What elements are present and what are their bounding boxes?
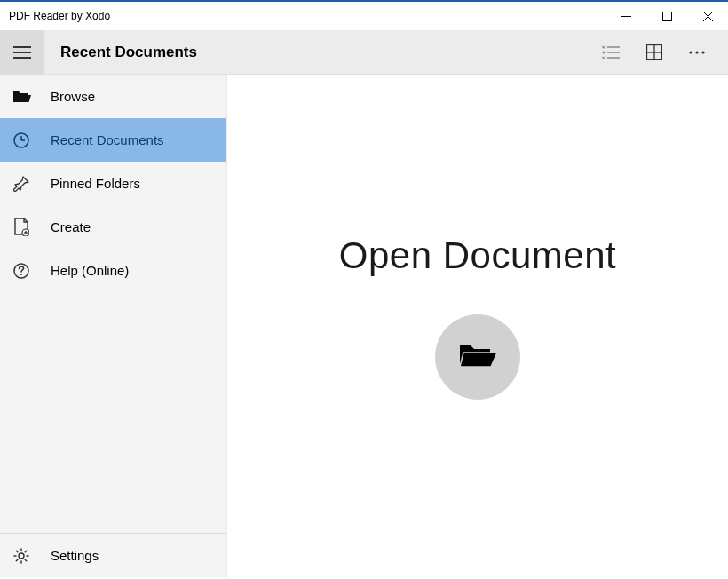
view-grid-button[interactable]: [646, 44, 662, 60]
svg-point-24: [19, 553, 24, 559]
svg-point-15: [701, 51, 704, 53]
sidebar-item-pinned[interactable]: Pinned Folders: [0, 162, 226, 205]
svg-point-13: [689, 51, 692, 53]
window-controls: [605, 2, 728, 30]
maximize-icon: [662, 12, 672, 21]
hamburger-icon: [13, 46, 31, 59]
svg-rect-1: [662, 12, 671, 20]
menu-toggle-button[interactable]: [0, 30, 44, 75]
sidebar: Browse Recent Documents Pinned Folders C…: [0, 75, 227, 577]
open-document-button[interactable]: [435, 314, 520, 400]
sidebar-item-label: Recent Documents: [51, 132, 164, 147]
svg-point-23: [20, 274, 22, 275]
sidebar-item-label: Settings: [51, 548, 99, 563]
main-content: Open Document: [227, 75, 728, 577]
sidebar-item-create[interactable]: Create: [0, 205, 226, 249]
view-list-button[interactable]: [602, 45, 620, 59]
sidebar-item-help[interactable]: Help (Online): [0, 249, 226, 292]
maximize-button[interactable]: [646, 2, 687, 30]
sidebar-item-label: Help (Online): [51, 263, 129, 278]
open-document-heading: Open Document: [339, 234, 616, 277]
create-document-icon: [13, 218, 51, 236]
close-icon: [703, 12, 713, 21]
list-icon: [602, 45, 620, 59]
folder-icon: [13, 90, 51, 104]
sidebar-item-browse[interactable]: Browse: [0, 75, 226, 118]
titlebar: PDF Reader by Xodo: [0, 2, 728, 30]
clock-icon: [13, 132, 51, 148]
gear-icon: [13, 548, 51, 564]
more-button[interactable]: [689, 51, 705, 54]
toolbar-actions: [602, 44, 728, 60]
help-icon: [13, 263, 51, 279]
sidebar-item-settings[interactable]: Settings: [0, 534, 226, 577]
window-title: PDF Reader by Xodo: [9, 10, 110, 22]
ellipsis-icon: [689, 51, 705, 54]
grid-icon: [646, 44, 662, 60]
minimize-icon: [621, 12, 631, 21]
sidebar-item-label: Create: [51, 219, 91, 234]
page-title: Recent Documents: [60, 44, 602, 61]
sidebar-item-label: Pinned Folders: [51, 176, 140, 191]
minimize-button[interactable]: [605, 2, 646, 30]
pin-icon: [13, 176, 51, 192]
folder-open-icon: [458, 342, 497, 372]
sidebar-item-label: Browse: [51, 89, 95, 104]
sidebar-item-recent[interactable]: Recent Documents: [0, 118, 226, 162]
svg-point-14: [695, 51, 698, 53]
close-button[interactable]: [687, 2, 728, 30]
toolbar: Recent Documents: [0, 30, 728, 75]
